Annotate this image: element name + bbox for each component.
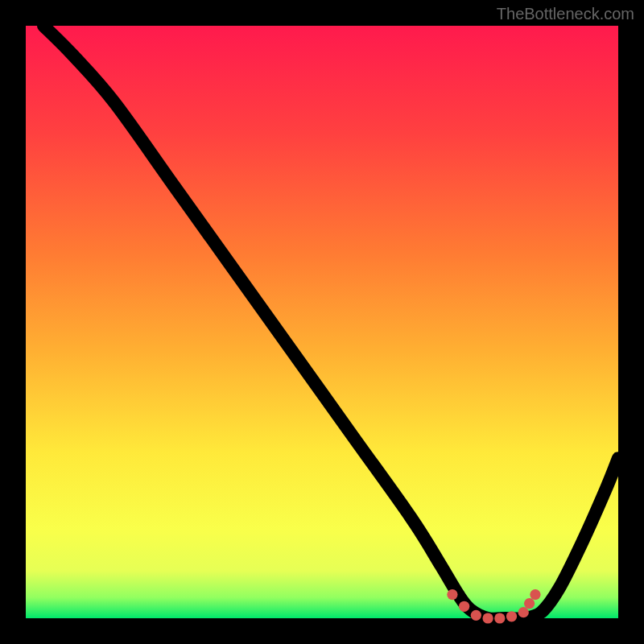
plateau-marker [447,589,457,600]
bottleneck-curve [43,26,618,619]
plateau-marker [482,613,493,623]
plateau-marker [471,610,481,621]
plateau-marker [530,589,540,600]
plateau-marker [518,607,529,617]
plateau-marker [506,611,517,621]
plot-area [26,26,618,618]
watermark-text: TheBottleneck.com [497,5,634,23]
plateau-marker [494,613,505,623]
chart-svg [26,26,618,618]
plateau-marker [459,601,469,612]
plateau-marker [524,598,535,609]
